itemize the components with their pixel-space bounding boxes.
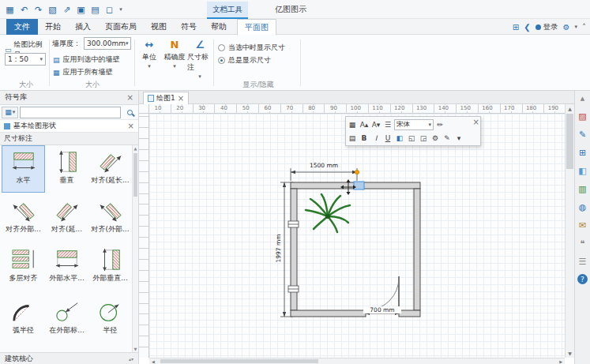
undo-icon[interactable]: ↶ [17,3,31,17]
dimension-label-bottom[interactable]: 700 mm [363,306,401,313]
symbol-outer-vertical[interactable]: 外部垂直... [88,243,132,291]
tab-page-layout[interactable]: 页面布局 [98,19,144,35]
font-size-up-icon[interactable]: A▴ [359,118,370,130]
rail-scroll-up-icon[interactable]: ▲ [577,92,588,104]
dimension-lines[interactable] [280,168,399,317]
export-icon[interactable]: ⇗ [60,3,73,17]
align-icon[interactable]: ☰ [382,118,393,130]
collapse-ribbon-icon[interactable]: ˄ [582,23,586,32]
task-pane-icon[interactable]: ☰ [577,256,588,268]
plant[interactable] [306,194,350,232]
underline-button[interactable]: U [382,132,393,144]
section-dimension-header[interactable]: 尺寸标注 [0,133,138,145]
dimension-label-top[interactable]: 1500 mm [291,162,357,169]
search-button[interactable] [122,107,137,118]
tools-icon[interactable]: ⚙ [430,132,441,144]
section-close-icon[interactable]: × [128,122,134,130]
note-pane-icon[interactable]: ✉ [577,220,588,231]
drawing-viewport[interactable]: 1500 mm 1997 mm 700 mm ▦ A▴ A▾ ☰ 宋体▾ ✏ × [149,114,565,358]
scroll-thumb[interactable] [160,359,318,363]
window-layout-icon[interactable]: ⊞ [513,23,519,32]
apply-selected-walls-button[interactable]: ▤ 应用到选中的墙壁 [52,54,120,66]
precision-button[interactable]: N 精确度 ▾ [162,35,187,91]
room-walls[interactable] [291,182,420,317]
dimension-label-left[interactable]: 1997 mm [275,226,282,272]
unit-button[interactable]: ↔ 单位 ▾ [137,35,162,91]
symbol-outer-horizontal[interactable]: 外部水平... [45,243,88,291]
grid-options-icon[interactable]: ▦ [347,118,358,130]
bold-button[interactable]: B [359,132,370,144]
new-drawing-icon[interactable]: ▧ [46,3,59,17]
apply-all-walls-button[interactable]: ▦ 应用于所有墙壁 [52,66,113,78]
symbol-aligned-outside[interactable]: 对齐外部... [2,194,45,242]
pen-icon[interactable]: ✎ [442,132,453,144]
more-options-icon[interactable]: ▾ [453,132,464,144]
symbol-horizontal[interactable]: 水平 [2,145,45,193]
tab-insert[interactable]: 插入 [68,19,98,35]
symbol-vertical[interactable]: 垂直 [45,145,88,193]
redo-icon[interactable]: ↷ [32,3,45,17]
tab-home[interactable]: 开始 [38,19,68,35]
hyperlink-pane-icon[interactable]: ◍ [577,201,588,213]
scroll-down-icon[interactable]: ▼ [566,351,574,356]
scroll-up-icon[interactable]: ▲ [566,106,574,111]
vertical-scrollbar[interactable]: ▲ ▼ [565,104,574,358]
app-logo-icon[interactable]: ▦ [3,3,17,17]
qat-dropdown-icon[interactable]: ▾ [117,3,125,17]
library-category-button[interactable]: ▦▾ [2,107,18,118]
pen-pane-icon[interactable]: ✎ [577,129,588,141]
fill-color-icon[interactable]: ◧ [394,132,405,144]
section-basic-shapes[interactable]: 基本绘图形状 × [0,120,138,133]
layout-pane-icon[interactable]: ◧ [577,165,588,177]
symbol-aligned-extend-2[interactable]: 对齐(延... [45,194,88,242]
tab-symbol[interactable]: 符号 [174,19,204,35]
paste-style-icon[interactable]: ◲ [418,132,429,144]
document-tab[interactable]: 绘图1 × [143,92,189,104]
settings-dropdown-icon[interactable]: ▾ [574,24,577,30]
wall-thickness-combo[interactable]: 300.00mm▾ [84,37,131,50]
login-button[interactable]: 登录 [536,22,558,32]
scroll-left-icon[interactable]: ◀ [152,358,155,364]
font-size-down-icon[interactable]: A▾ [370,118,381,130]
symbol-outer-radius[interactable]: 在外部标... [45,295,88,343]
scroll-right-icon[interactable]: ▶ [559,358,562,364]
copy-style-icon[interactable]: ◱ [406,132,417,144]
radio-always-show[interactable]: 总是显示尺寸 [218,54,271,66]
radio-show-when-selected[interactable]: 当选中时显示尺寸 [218,42,285,53]
scroll-up-icon[interactable]: ▲ [133,146,138,151]
share-icon[interactable]: ❮ [524,23,530,32]
section-building-core[interactable]: 建筑核心 ▴▾ [0,352,138,364]
table-icon[interactable]: ▤ [347,132,358,144]
help-icon[interactable]: ? [577,274,588,284]
panel-scrollbar[interactable]: ▲ ▼ [132,145,138,352]
save-icon[interactable]: ▣ [74,3,88,17]
scroll-thumb[interactable] [133,153,137,197]
dimension-handle[interactable] [355,170,359,174]
selected-wall-item[interactable] [354,182,364,190]
horizontal-scrollbar[interactable]: ◀ ▶ [149,358,565,364]
preview-icon[interactable]: ◻ [103,3,116,17]
tab-view[interactable]: 视图 [144,19,174,35]
symbol-radius[interactable]: 半径 [88,295,132,343]
clipart-pane-icon[interactable]: ▨ [577,111,588,122]
brush-icon[interactable]: ✏ [434,118,445,130]
section-expand-icon[interactable]: ▴▾ [129,356,133,362]
settings-gear-icon[interactable]: ⚙ [563,23,570,32]
symbol-aligned-extend[interactable]: 对齐(延长... [88,145,132,193]
print-icon[interactable]: ▤ [88,3,102,17]
table-pane-icon[interactable]: ▥ [577,183,588,195]
comment-pane-icon[interactable]: ❝ [577,238,588,250]
library-pane-icon[interactable]: ⊞ [577,147,588,159]
font-family-combo[interactable]: 宋体▾ [394,119,434,130]
library-search-input[interactable] [20,107,121,118]
dimension-style-button[interactable]: ∠ 尺寸标注 ▾ [187,35,212,91]
italic-button[interactable]: I [370,132,381,144]
tab-help[interactable]: 帮助 [204,19,234,35]
contextual-tab-document-tools[interactable]: 文档工具 [207,2,248,19]
tab-floor-plan[interactable]: 平面图 [237,19,276,36]
document-tab-close-icon[interactable]: × [178,95,184,103]
tab-file[interactable]: 文件 [6,19,38,35]
symbol-arc-radius[interactable]: 弧半径 [2,295,45,343]
symbol-aligned-outside-2[interactable]: 对齐(外部... [88,194,132,242]
scroll-down-icon[interactable]: ▼ [133,347,138,351]
